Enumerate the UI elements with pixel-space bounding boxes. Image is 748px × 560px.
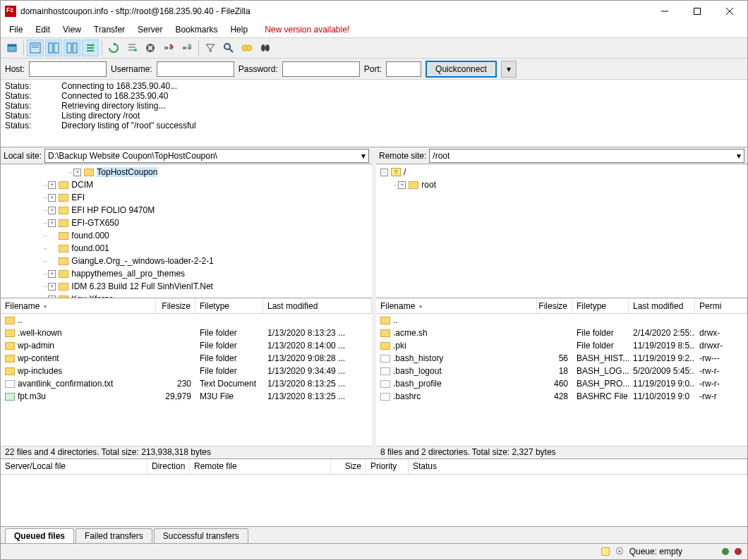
col-status[interactable]: Status (409, 459, 747, 474)
tree-node[interactable]: ···GiangLe.Org_-_windows-loader-2-2-1 (1, 255, 372, 267)
queue-tabs: Queued files Failed transfers Successful… (1, 527, 747, 544)
menu-edit[interactable]: Edit (30, 23, 56, 36)
tree-node[interactable]: ···+EFI HP FOLIO 9470M (1, 204, 372, 217)
svg-line-26 (229, 49, 233, 52)
disconnect-icon[interactable] (160, 39, 177, 56)
menu-help[interactable]: Help (224, 23, 253, 36)
file-row[interactable]: wp-adminFile folder1/13/2020 8:14:00 ... (1, 339, 372, 352)
menu-file[interactable]: File (4, 23, 28, 36)
remote-tree[interactable]: -?/···+root (376, 164, 747, 298)
maximize-button[interactable] (681, 1, 713, 22)
file-row[interactable]: .. (1, 314, 372, 327)
svg-rect-6 (30, 43, 40, 53)
message-log[interactable]: Status:Connecting to 168.235.90.40...Sta… (1, 80, 747, 147)
local-tree[interactable]: ···+TopHostCoupon···+DCIM···+EFI···+EFI … (1, 164, 372, 298)
tree-node[interactable]: -?/ (376, 166, 747, 178)
transfer-queue[interactable]: Server/Local file Direction Remote file … (1, 459, 747, 527)
col-priority[interactable]: Priority (366, 459, 409, 474)
file-row[interactable]: .bash_profile460BASH_PRO...11/19/2019 9:… (376, 377, 747, 390)
remote-path-combo[interactable]: /root▾ (429, 149, 744, 163)
file-row[interactable]: avantlink_confirmation.txt230Text Docume… (1, 377, 372, 390)
tree-node[interactable]: ···+root (376, 178, 747, 191)
svg-rect-1 (694, 8, 701, 15)
log-label: Status: (5, 91, 61, 101)
tree-node[interactable]: ···+TopHostCoupon (1, 166, 372, 178)
tree-node[interactable]: ···+Key-Xforce (1, 293, 372, 298)
toggle-local-tree-icon[interactable] (45, 39, 62, 56)
toggle-log-icon[interactable] (27, 39, 44, 56)
process-queue-icon[interactable] (123, 39, 140, 56)
col-filesize[interactable]: Filesize (156, 298, 195, 313)
tree-node[interactable]: ···+EFI-GTX650 (1, 217, 372, 229)
col-permissions[interactable]: Permi (695, 298, 747, 313)
file-row[interactable]: .bashrc428BASHRC File11/10/2019 9:0-rw-r (376, 390, 747, 403)
svg-point-25 (224, 44, 230, 49)
col-remotefile[interactable]: Remote file (190, 459, 331, 474)
host-label: Host: (5, 64, 25, 74)
file-row[interactable]: .bash_logout18BASH_LOG...5/20/2009 5:45:… (376, 365, 747, 377)
tree-node[interactable]: ···+EFI (1, 191, 372, 204)
tree-node[interactable]: ···found.000 (1, 229, 372, 242)
tab-queued[interactable]: Queued files (5, 528, 74, 543)
file-row[interactable]: .well-knownFile folder1/13/2020 8:13:23 … (1, 327, 372, 339)
compare-icon[interactable] (239, 39, 255, 56)
remote-path-bar: Remote site: /root▾ (376, 147, 747, 164)
file-row[interactable]: wp-contentFile folder1/13/2020 9:08:28 .… (1, 352, 372, 365)
file-row[interactable]: .. (376, 314, 747, 327)
menu-bookmarks[interactable]: Bookmarks (169, 23, 223, 36)
status-bar: ⦿ Queue: empty (1, 544, 747, 559)
menu-server[interactable]: Server (132, 23, 168, 36)
tree-node[interactable]: ···+IDM 6.23 Build 12 Full SinhVienIT.Ne… (1, 280, 372, 293)
filter-icon[interactable] (202, 39, 219, 56)
col-modified[interactable]: Last modified (629, 298, 695, 313)
menu-new-version[interactable]: New version available! (259, 23, 355, 36)
col-filename[interactable]: Filename▴ (376, 298, 537, 313)
search-icon[interactable] (220, 39, 237, 56)
local-file-list[interactable]: Filename▴ Filesize Filetype Last modifie… (1, 298, 372, 446)
port-input[interactable] (386, 61, 421, 77)
reconnect-icon[interactable] (179, 39, 195, 56)
close-button[interactable] (713, 1, 746, 22)
cancel-icon[interactable] (142, 39, 159, 56)
tab-failed[interactable]: Failed transfers (76, 528, 152, 543)
refresh-icon[interactable] (105, 39, 122, 56)
col-serverlocal[interactable]: Server/Local file (1, 459, 147, 474)
menu-view[interactable]: View (57, 23, 87, 36)
file-row[interactable]: .acme.shFile folder2/14/2020 2:55:...drw… (376, 327, 747, 339)
username-input[interactable] (157, 61, 234, 77)
toggle-remote-tree-icon[interactable] (64, 39, 80, 56)
toggle-queue-icon[interactable] (82, 39, 99, 56)
svg-point-16 (134, 49, 137, 51)
col-modified[interactable]: Last modified (263, 298, 372, 313)
toolbar-sep (198, 40, 199, 56)
file-row[interactable]: fpt.m3u29,979M3U File1/13/2020 8:13:25 .… (1, 390, 372, 403)
local-path-combo[interactable]: D:\Backup Website Coupon\TopHostCoupon\▾ (44, 149, 369, 163)
col-filetype[interactable]: Filetype (572, 298, 629, 313)
file-row[interactable]: wp-includesFile folder1/13/2020 9:34:49 … (1, 365, 372, 377)
quickconnect-dropdown[interactable]: ▾ (501, 61, 517, 78)
col-size[interactable]: Size (331, 459, 366, 474)
file-row[interactable]: .bash_history56BASH_HIST...11/19/2019 9:… (376, 352, 747, 365)
file-row[interactable]: .pkiFile folder11/19/2019 8:5...drwxr- (376, 339, 747, 352)
log-message: Connecting to 168.235.90.40... (61, 81, 177, 91)
sync-browse-icon[interactable] (257, 39, 274, 56)
minimize-button[interactable] (649, 1, 681, 22)
col-direction[interactable]: Direction (147, 459, 190, 474)
menu-transfer[interactable]: Transfer (88, 23, 131, 36)
tree-node[interactable]: ···found.001 (1, 242, 372, 255)
host-input[interactable] (29, 61, 107, 77)
port-label: Port: (364, 64, 382, 74)
svg-rect-10 (54, 43, 59, 53)
site-manager-icon[interactable] (4, 39, 20, 56)
quickconnect-button[interactable]: Quickconnect (426, 61, 497, 78)
col-filetype[interactable]: Filetype (195, 298, 263, 313)
log-message: Connected to 168.235.90.40 (61, 91, 168, 101)
remote-file-list[interactable]: Filename▴ Filesize Filetype Last modifie… (376, 298, 747, 446)
col-filename[interactable]: Filename▴ (1, 298, 156, 313)
local-path-bar: Local site: D:\Backup Website Coupon\Top… (1, 147, 372, 164)
tab-successful[interactable]: Successful transfers (154, 528, 248, 543)
tree-node[interactable]: ···+happythemes_all_pro_themes (1, 267, 372, 280)
tree-node[interactable]: ···+DCIM (1, 178, 372, 191)
password-input[interactable] (282, 61, 360, 77)
col-filesize[interactable]: Filesize (537, 298, 572, 313)
